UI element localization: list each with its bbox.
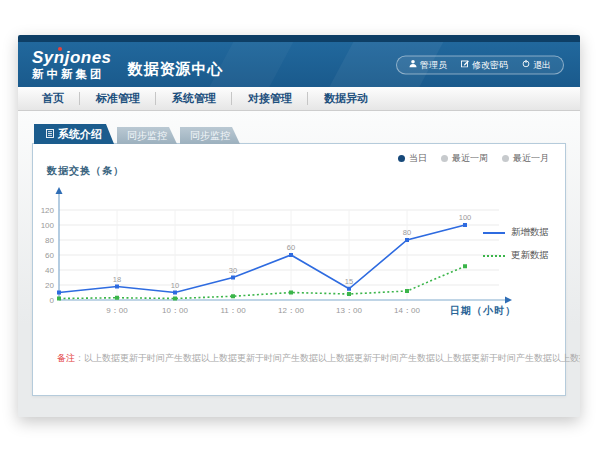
svg-text:10：00: 10：00 xyxy=(162,306,188,315)
app-window: Synjones 新中新集团 数据资源中心 管理员 修改密码 xyxy=(18,35,580,417)
logo-text-en: Synjones xyxy=(32,49,112,66)
svg-text:80: 80 xyxy=(403,228,411,237)
svg-text:60: 60 xyxy=(45,251,54,260)
svg-text:9：00: 9：00 xyxy=(106,306,128,315)
svg-text:0: 0 xyxy=(50,296,55,305)
nav-item-interface-mgmt[interactable]: 对接管理 xyxy=(232,88,308,109)
tab-label: 系统介绍 xyxy=(58,127,102,142)
svg-text:日期（小时）: 日期（小时） xyxy=(450,305,516,316)
tab-system-intro[interactable]: 系统介绍 xyxy=(34,124,114,144)
svg-text:13：00: 13：00 xyxy=(336,306,362,315)
legend-item-new-data[interactable]: 新增数据 xyxy=(483,226,549,239)
svg-text:40: 40 xyxy=(45,266,54,275)
footnote-label: 备注 xyxy=(57,353,75,363)
tab-label: 同步监控 xyxy=(190,129,230,143)
svg-text:60: 60 xyxy=(287,243,295,252)
series-legend: 新增数据 更新数据 xyxy=(483,226,549,262)
legend-item-update-data[interactable]: 更新数据 xyxy=(483,249,549,262)
svg-text:30: 30 xyxy=(229,266,237,275)
tab-doc-icon xyxy=(46,128,54,140)
legend-label: 更新数据 xyxy=(511,249,549,262)
tab-bar: 系统介绍 同步监控 同步监控 xyxy=(32,124,566,144)
tab-label: 同步监控 xyxy=(127,129,167,143)
nav-item-data-change[interactable]: 数据异动 xyxy=(308,88,384,109)
svg-text:20: 20 xyxy=(45,281,54,290)
edit-icon xyxy=(461,60,469,70)
user-icon xyxy=(409,60,417,70)
svg-text:12：00: 12：00 xyxy=(278,306,304,315)
app-header: Synjones 新中新集团 数据资源中心 管理员 修改密码 xyxy=(18,42,580,87)
tab-sync-monitor-2[interactable]: 同步监控 xyxy=(180,127,240,144)
svg-text:15: 15 xyxy=(345,277,353,286)
radio-dot-icon xyxy=(441,155,448,162)
svg-text:80: 80 xyxy=(45,236,54,245)
svg-text:120: 120 xyxy=(41,206,55,215)
footnote: 备注：以上数据更新于时间产生数据以上数据更新于时间产生数据以上数据更新于时间产生… xyxy=(57,352,580,365)
change-password-label: 修改密码 xyxy=(472,58,508,71)
legend-line-solid xyxy=(483,232,505,234)
content-area: 系统介绍 同步监控 同步监控 当日 最近一周 xyxy=(18,111,580,417)
period-option-label: 最近一月 xyxy=(513,152,549,165)
nav-item-standard-mgmt[interactable]: 标准管理 xyxy=(80,88,156,109)
user-name-label: 管理员 xyxy=(420,58,447,71)
svg-text:11：00: 11：00 xyxy=(220,306,246,315)
screenshot-stage: Synjones 新中新集团 数据资源中心 管理员 修改密码 xyxy=(0,0,600,450)
logout-icon xyxy=(522,60,530,70)
logo-text-cn: 新中新集团 xyxy=(32,69,112,81)
svg-text:10: 10 xyxy=(171,281,179,290)
svg-text:18: 18 xyxy=(113,275,121,284)
change-password-button[interactable]: 修改密码 xyxy=(461,58,508,71)
user-menu[interactable]: 管理员 xyxy=(409,58,447,71)
radio-dot-icon xyxy=(398,155,405,162)
nav-item-home[interactable]: 首页 xyxy=(26,88,80,109)
period-option-label: 最近一周 xyxy=(452,152,488,165)
chart-panel: 当日 最近一周 最近一月 数据交换（条） 0204060801001209：00… xyxy=(32,143,566,396)
period-option-label: 当日 xyxy=(409,152,427,165)
period-option-today[interactable]: 当日 xyxy=(398,152,427,165)
logo-accent-dot xyxy=(58,47,62,51)
nav-item-system-mgmt[interactable]: 系统管理 xyxy=(156,88,232,109)
logout-label: 退出 xyxy=(533,58,551,71)
logout-button[interactable]: 退出 xyxy=(522,58,551,71)
period-option-last-week[interactable]: 最近一周 xyxy=(441,152,488,165)
footnote-text: ：以上数据更新于时间产生数据以上数据更新于时间产生数据以上数据更新于时间产生数据… xyxy=(75,353,580,363)
main-nav: 首页 标准管理 系统管理 对接管理 数据异动 xyxy=(18,87,580,111)
svg-text:14：00: 14：00 xyxy=(394,306,420,315)
y-axis-title: 数据交换（条） xyxy=(47,164,124,178)
company-logo: Synjones 新中新集团 xyxy=(32,49,112,81)
svg-text:100: 100 xyxy=(41,221,55,230)
svg-text:100: 100 xyxy=(459,213,472,222)
page-title: 数据资源中心 xyxy=(128,60,224,79)
legend-label: 新增数据 xyxy=(511,226,549,239)
tab-sync-monitor-1[interactable]: 同步监控 xyxy=(117,127,177,144)
line-chart: 0204060801001209：0010：0011：0012：0013：001… xyxy=(39,180,519,322)
period-option-last-month[interactable]: 最近一月 xyxy=(502,152,549,165)
period-filter-group: 当日 最近一周 最近一月 xyxy=(398,152,549,165)
window-top-strip xyxy=(18,35,580,42)
user-toolbar: 管理员 修改密码 退出 xyxy=(396,55,564,74)
legend-line-dotted xyxy=(483,255,505,257)
radio-dot-icon xyxy=(502,155,509,162)
